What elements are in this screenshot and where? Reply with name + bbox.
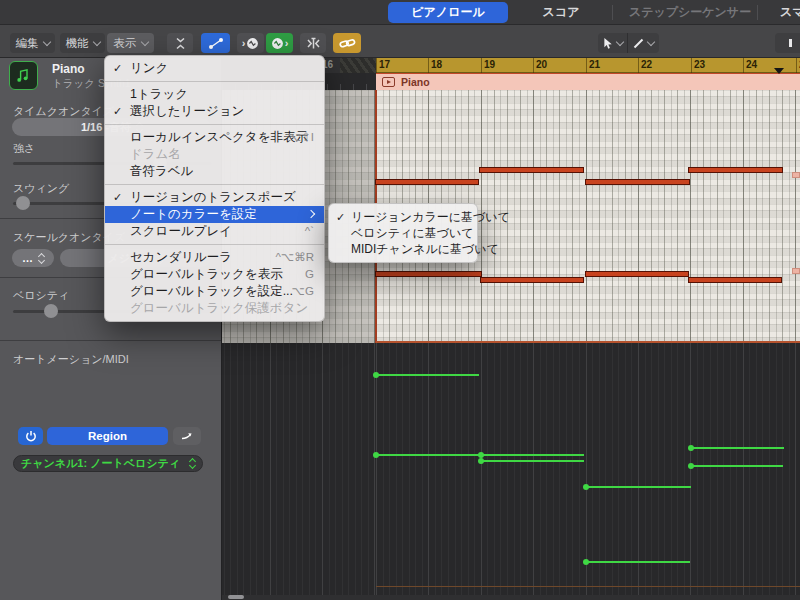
clipped-toolbar-button[interactable]	[775, 33, 800, 53]
pencil-tool-button[interactable]	[628, 33, 659, 53]
view-menu-item-0[interactable]: ✓リンク	[105, 60, 324, 77]
automation-transform-button[interactable]	[173, 427, 201, 445]
pencil-tool-icon	[633, 38, 644, 49]
note-color-option-0[interactable]: ✓リージョンカラーに基づいて	[329, 209, 477, 225]
velocity-segment[interactable]	[585, 561, 690, 563]
bar-number: 21	[589, 59, 600, 70]
note-color-option-1[interactable]: ベロシティに基づいて	[329, 225, 477, 241]
bar-number: 20	[536, 59, 547, 70]
midi-note-ghost[interactable]	[792, 268, 800, 274]
menu-shortcut: ⌥G	[292, 283, 314, 300]
stepper-icon	[190, 459, 195, 468]
functions-menu-button[interactable]: 機能	[60, 33, 105, 53]
chevron-down-icon	[42, 37, 50, 45]
swing-label: スウィング	[13, 181, 69, 196]
velocity-segment[interactable]	[690, 447, 784, 449]
velocity-segment[interactable]	[375, 454, 479, 456]
bar-tick	[376, 58, 377, 73]
midi-note[interactable]	[585, 271, 689, 277]
menu-separator	[105, 81, 324, 82]
menu-item-label: 1トラック	[130, 87, 188, 101]
velocity-slider-knob[interactable]	[44, 304, 58, 318]
link-mode-button[interactable]	[333, 33, 361, 53]
view-menu-item-14[interactable]: グローバルトラックを表示G	[105, 266, 324, 283]
velocity-point[interactable]	[583, 559, 589, 565]
midi-note[interactable]	[375, 179, 479, 185]
horizontal-scrollbar[interactable]	[222, 595, 800, 600]
note-color-submenu: ✓リージョンカラーに基づいてベロシティに基づいてMIDIチャンネルに基づいて	[328, 203, 478, 263]
velocity-point[interactable]	[373, 372, 379, 378]
velocity-segment[interactable]	[480, 460, 584, 462]
view-menu-item-5[interactable]: ローカルインスペクタを非表示⌥⇧I	[105, 129, 324, 146]
view-menu-item-10[interactable]: ノートのカラーを設定	[105, 206, 324, 223]
view-menu-item-9[interactable]: ✓リージョンのトランスポーズ	[105, 189, 324, 206]
swing-slider-knob[interactable]	[16, 196, 30, 210]
region-play-icon[interactable]	[382, 77, 395, 87]
midi-capture-button[interactable]: ›	[266, 33, 293, 53]
midi-note[interactable]	[479, 167, 584, 173]
automation-power-button[interactable]	[18, 427, 43, 445]
region-end-marker-icon	[774, 68, 784, 74]
menu-item-label: リージョンカラーに基づいて	[351, 210, 510, 224]
collapse-vertical-button[interactable]	[167, 33, 193, 53]
collapse-horizontal-button[interactable]	[300, 33, 326, 53]
check-icon: ✓	[336, 209, 345, 225]
velocity-segment[interactable]	[375, 374, 479, 376]
region-header[interactable]: Piano	[376, 73, 800, 90]
automation-midi-label: オートメーション/MIDI	[13, 352, 129, 367]
check-icon: ✓	[113, 60, 122, 77]
region-name: Piano	[401, 76, 430, 88]
automation-channel-select[interactable]: チャンネル1: ノートベロシティ	[13, 455, 203, 472]
scale-root-select[interactable]: …	[12, 249, 54, 267]
bar-number: 18	[431, 59, 442, 70]
track-name: Piano	[52, 62, 85, 76]
velocity-automation-lane[interactable]	[222, 343, 800, 595]
view-menu-item-7[interactable]: 音符ラベル	[105, 163, 324, 180]
cursor-tool-icon	[603, 37, 613, 50]
edit-menu-button[interactable]: 編集	[10, 33, 55, 53]
midi-note-ghost[interactable]	[792, 172, 800, 178]
midi-note[interactable]	[688, 277, 782, 283]
note-color-option-2[interactable]: MIDIチャンネルに基づいて	[329, 241, 477, 257]
view-menu: ✓リンク1トラック✓選択したリージョンローカルインスペクタを非表示⌥⇧Iドラム名…	[104, 55, 325, 322]
bar-tick	[481, 58, 482, 73]
tab-piano-roll[interactable]: ピアノロール	[388, 2, 508, 23]
velocity-point[interactable]	[373, 452, 379, 458]
velocity-point[interactable]	[583, 484, 589, 490]
view-menu-item-3[interactable]: ✓選択したリージョン	[105, 103, 324, 120]
midi-note[interactable]	[585, 179, 690, 185]
midi-note[interactable]	[375, 271, 482, 277]
velocity-segment[interactable]	[690, 465, 783, 467]
velocity-segment[interactable]	[585, 486, 691, 488]
tab-clipped[interactable]: スマ	[780, 0, 800, 25]
view-menu-item-13[interactable]: セカンダリルーラ^⌥⌘R	[105, 249, 324, 266]
midi-in-button[interactable]: ›	[237, 33, 264, 53]
menu-item-label: グローバルトラックを表示	[130, 267, 283, 281]
view-menu-button[interactable]: 表示	[107, 33, 154, 53]
horizontal-scrollbar-thumb[interactable]	[228, 595, 244, 599]
tab-score[interactable]: スコア	[543, 0, 580, 25]
track-icon[interactable]	[9, 61, 38, 90]
bar-number: 19	[484, 59, 495, 70]
midi-note[interactable]	[480, 277, 584, 283]
view-menu-item-6: ドラム名	[105, 146, 324, 163]
midi-draw-button[interactable]	[201, 33, 230, 53]
bar-tick	[638, 58, 639, 73]
submenu-arrow-icon	[307, 210, 315, 218]
velocity-segment[interactable]	[480, 454, 584, 456]
view-menu-item-15[interactable]: グローバルトラックを設定...⌥G	[105, 283, 324, 300]
midi-note[interactable]	[688, 167, 783, 173]
velocity-point[interactable]	[688, 445, 694, 451]
tab-separator	[757, 5, 758, 20]
velocity-point[interactable]	[688, 463, 694, 469]
velocity-point[interactable]	[478, 458, 484, 464]
view-menu-item-2[interactable]: 1トラック	[105, 86, 324, 103]
bar-tick	[533, 58, 534, 73]
menu-item-label: リージョンのトランスポーズ	[130, 190, 296, 204]
menu-item-label: 選択したリージョン	[130, 104, 244, 118]
bar-number: 23	[694, 59, 705, 70]
menu-item-label: 音符ラベル	[130, 164, 193, 178]
automation-mode-button[interactable]: Region	[47, 427, 168, 445]
view-menu-item-11[interactable]: スクロールプレイ^`	[105, 223, 324, 240]
pointer-tool-button[interactable]	[598, 33, 628, 53]
